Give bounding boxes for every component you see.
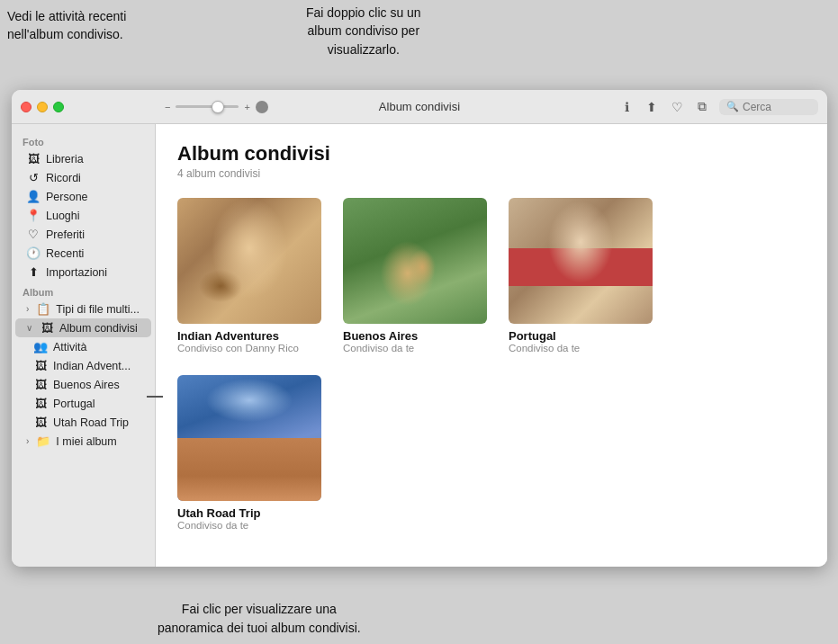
sidebar-item-attivita[interactable]: 👥 Attività	[15, 337, 151, 356]
share-icon[interactable]: ⬆	[644, 99, 660, 115]
callout-line	[147, 396, 163, 398]
attivita-icon: 👥	[33, 340, 48, 353]
album-item-baires[interactable]: Buenos Aires Condiviso da te	[343, 198, 487, 353]
album-item-indian[interactable]: Indian Adventures Condiviso con Danny Ri…	[177, 198, 321, 353]
ricordi-icon: ↺	[26, 171, 41, 184]
portugal-icon: 🖼	[33, 397, 48, 410]
miei-album-icon: 📁	[36, 434, 50, 448]
chevron-right-icon: ›	[26, 304, 29, 314]
albums-grid: Indian Adventures Condiviso con Danny Ri…	[177, 198, 806, 531]
app-window: − + Album condivisi ℹ ⬆ ♡ ⧉ 🔍 Foto 🖼	[12, 90, 827, 567]
sidebar-item-portugal[interactable]: 🖼 Portugal	[15, 394, 151, 413]
search-box[interactable]: 🔍	[719, 99, 818, 115]
search-input[interactable]	[743, 101, 815, 113]
album-shared-portugal: Condiviso da te	[509, 343, 653, 353]
sidebar-item-buenos-aires[interactable]: 🖼 Buenos Aires	[15, 375, 151, 394]
album-shared-baires: Condiviso da te	[343, 343, 487, 353]
copy-icon[interactable]: ⧉	[694, 99, 710, 115]
toolbar-right: ℹ ⬆ ♡ ⧉ 🔍	[618, 99, 818, 115]
sidebar-item-luoghi[interactable]: 📍 Luoghi	[15, 206, 151, 225]
luoghi-icon: 📍	[26, 209, 41, 222]
album-condivisi-icon: 🖼	[40, 321, 54, 335]
album-thumb-portugal	[509, 198, 653, 324]
chevron-right-icon-2: ›	[26, 436, 29, 446]
window-title: Album condivisi	[379, 100, 460, 113]
annotation-bottom-center: Fai clic per visualizzare unapanoramica …	[158, 600, 361, 637]
content-subtitle: 4 album condivisi	[177, 167, 806, 180]
album-name-baires: Buenos Aires	[343, 329, 487, 343]
annotation-top-center: Fai doppio clic su unalbum condiviso per…	[306, 4, 421, 58]
sidebar-item-recenti[interactable]: 🕐 Recenti	[15, 244, 151, 263]
main-layout: Foto 🖼 Libreria ↺ Ricordi 👤 Persone 📍 Lu…	[12, 124, 827, 567]
content-title: Album condivisi	[177, 142, 806, 165]
sidebar-item-importazioni[interactable]: ⬆ Importazioni	[15, 263, 151, 282]
sidebar: Foto 🖼 Libreria ↺ Ricordi 👤 Persone 📍 Lu…	[12, 124, 156, 567]
traffic-lights	[21, 102, 64, 112]
album-item-utah[interactable]: Utah Road Trip Condiviso da te	[177, 375, 321, 531]
sidebar-item-miei-album[interactable]: › 📁 I miei album	[15, 432, 151, 451]
sidebar-item-tipi-file[interactable]: › 📋 Tipi di file multi...	[15, 300, 151, 318]
chevron-down-icon: ∨	[26, 323, 32, 333]
sidebar-item-persone[interactable]: 👤 Persone	[15, 187, 151, 206]
sidebar-item-indian-adv[interactable]: 🖼 Indian Advent...	[15, 356, 151, 375]
info-icon[interactable]: ℹ	[618, 99, 635, 115]
album-name-portugal: Portugal	[509, 329, 653, 343]
indian-adv-icon: 🖼	[33, 359, 48, 372]
sidebar-section-album: Album	[12, 282, 155, 300]
close-button[interactable]	[21, 102, 32, 112]
persone-icon: 👤	[26, 190, 41, 203]
sidebar-item-ricordi[interactable]: ↺ Ricordi	[15, 168, 151, 187]
titlebar: − + Album condivisi ℹ ⬆ ♡ ⧉ 🔍	[12, 90, 827, 124]
album-thumb-utah	[177, 375, 321, 501]
sidebar-item-preferiti[interactable]: ♡ Preferiti	[15, 225, 151, 244]
album-item-portugal[interactable]: Portugal Condiviso da te	[509, 198, 653, 353]
zoom-slider-area: − +	[165, 101, 268, 113]
libreria-icon: 🖼	[26, 152, 41, 165]
tipi-file-icon: 📋	[36, 302, 50, 316]
content-area: Album condivisi 4 album condivisi Indian…	[156, 124, 827, 567]
preferiti-icon: ♡	[26, 228, 41, 241]
search-icon: 🔍	[726, 101, 739, 112]
sidebar-item-album-condivisi[interactable]: ∨ 🖼 Album condivisi	[15, 318, 151, 337]
zoom-circle[interactable]	[256, 101, 268, 113]
album-shared-indian: Condiviso con Danny Rico	[177, 343, 321, 353]
maximize-button[interactable]	[53, 102, 64, 112]
recenti-icon: 🕐	[26, 246, 41, 260]
buenos-aires-icon: 🖼	[33, 378, 48, 391]
album-shared-utah: Condiviso da te	[177, 520, 321, 531]
album-thumb-baires	[343, 198, 487, 324]
album-name-indian: Indian Adventures	[177, 329, 321, 343]
sidebar-item-utah[interactable]: 🖼 Utah Road Trip	[15, 413, 151, 432]
album-thumb-indian	[177, 198, 321, 324]
heart-icon[interactable]: ♡	[669, 99, 685, 115]
importazioni-icon: ⬆	[26, 265, 41, 279]
zoom-slider-thumb[interactable]	[212, 101, 224, 113]
sidebar-item-libreria[interactable]: 🖼 Libreria	[15, 149, 151, 168]
utah-icon: 🖼	[33, 416, 48, 429]
album-name-utah: Utah Road Trip	[177, 506, 321, 520]
minimize-button[interactable]	[37, 102, 48, 112]
annotation-top-left: Vedi le attività recentinell'album condi…	[7, 7, 126, 44]
zoom-slider-track[interactable]	[176, 105, 239, 108]
sidebar-section-foto: Foto	[12, 131, 155, 149]
